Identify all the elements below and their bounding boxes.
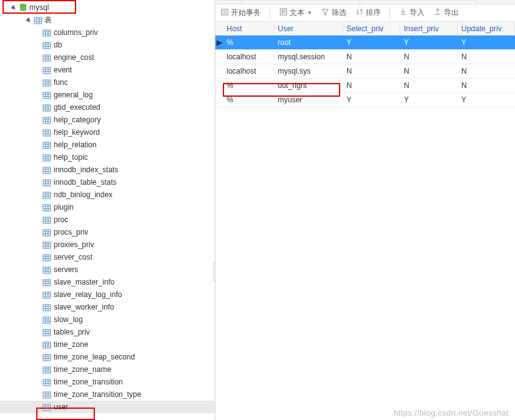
cell-update-priv[interactable]: Y: [458, 38, 515, 47]
tree-table-node[interactable]: tables_priv: [0, 326, 215, 338]
cell-host[interactable]: localhost: [223, 67, 274, 76]
table-label: slave_relay_log_info: [54, 290, 122, 299]
tree-table-node[interactable]: event: [0, 64, 215, 76]
col-header-update-priv[interactable]: Update_priv: [458, 22, 515, 35]
cell-user[interactable]: myuser: [274, 95, 343, 104]
svg-rect-84: [43, 217, 51, 223]
cell-select-priv[interactable]: Y: [343, 38, 400, 47]
tree-table-node[interactable]: time_zone_transition_type: [0, 388, 215, 401]
tree-table-node[interactable]: time_zone_leap_second: [0, 351, 215, 363]
tree-table-node[interactable]: slow_log: [0, 313, 215, 326]
tree-table-node[interactable]: help_category: [0, 114, 215, 126]
begin-transaction-button[interactable]: 开始事务: [220, 7, 261, 18]
cell-update-priv[interactable]: Y: [458, 95, 515, 104]
tree-table-node[interactable]: time_zone_name: [0, 363, 215, 376]
tree-table-node[interactable]: func: [0, 76, 215, 89]
expander-open-icon[interactable]: [10, 4, 17, 11]
tree-table-node[interactable]: innodb_table_stats: [0, 176, 215, 188]
tree-table-node[interactable]: slave_master_info: [0, 276, 215, 288]
tree-table-node[interactable]: columns_priv: [0, 26, 215, 39]
table-icon: [42, 166, 51, 174]
table-label: help_topic: [54, 153, 88, 162]
cell-select-priv[interactable]: Y: [343, 95, 400, 104]
cell-insert-priv[interactable]: Y: [400, 38, 458, 47]
tree-table-node[interactable]: general_log: [0, 89, 215, 101]
splitter-handle[interactable]: [213, 262, 215, 281]
export-button[interactable]: 导出: [433, 7, 459, 18]
text-icon: [279, 7, 288, 18]
col-header-user[interactable]: User: [274, 22, 343, 35]
table-icon: [42, 291, 51, 299]
cell-user[interactable]: out_rignt: [274, 81, 343, 90]
tree-db-node[interactable]: mysql: [0, 1, 215, 14]
tree-table-node[interactable]: innodb_index_stats: [0, 164, 215, 176]
svg-rect-39: [43, 105, 51, 111]
cell-update-priv[interactable]: N: [458, 81, 515, 90]
tree-table-node[interactable]: ndb_binlog_index: [0, 188, 215, 201]
cell-insert-priv[interactable]: N: [400, 52, 458, 61]
tab-objects[interactable]: 对象: [218, 0, 242, 4]
tree-table-node[interactable]: help_keyword: [0, 126, 215, 139]
cell-update-priv[interactable]: N: [458, 52, 515, 61]
table-row[interactable]: %out_rigntNNN: [215, 79, 515, 93]
tree-table-node[interactable]: proxies_priv: [0, 238, 215, 251]
filter-button[interactable]: 筛选: [321, 7, 346, 18]
tree-table-node[interactable]: servers: [0, 263, 215, 276]
cell-insert-priv[interactable]: N: [400, 81, 458, 90]
table-row[interactable]: ▶%rootYYY: [215, 36, 515, 50]
tree-table-node[interactable]: time_zone: [0, 338, 215, 351]
import-button[interactable]: 导入: [399, 7, 424, 18]
table-row[interactable]: localhostmysql.sessionNNN: [215, 50, 515, 64]
table-label: time_zone_leap_second: [54, 353, 135, 361]
cell-host[interactable]: %: [223, 81, 274, 90]
tree-table-node[interactable]: help_topic: [0, 151, 215, 164]
sort-button[interactable]: 排序: [355, 7, 381, 18]
cell-insert-priv[interactable]: N: [400, 67, 458, 76]
table-icon: [42, 403, 51, 411]
tree-table-node[interactable]: procs_priv: [0, 226, 215, 238]
toolbar: 开始事务 文本 ▼ 筛选 排序 导入 导出: [215, 4, 515, 22]
text-mode-button[interactable]: 文本 ▼: [279, 7, 312, 18]
tree-table-node[interactable]: slave_relay_log_info: [0, 288, 215, 301]
filter-icon: [321, 7, 330, 18]
btn-label: 开始事务: [231, 7, 261, 18]
cell-select-priv[interactable]: N: [343, 81, 400, 90]
tab-student2[interactable]: studentz @temporary (Mye...: [361, 0, 477, 4]
cell-user[interactable]: root: [274, 38, 343, 47]
tree-table-node[interactable]: db: [0, 39, 215, 51]
tree-table-node[interactable]: user: [0, 401, 215, 413]
col-header-host[interactable]: Host: [223, 22, 274, 35]
svg-rect-14: [43, 42, 51, 49]
svg-rect-24: [43, 67, 51, 74]
tree-table-node[interactable]: gtid_executed: [0, 101, 215, 114]
tab-student1[interactable]: student1 @temporary (Mye...: [243, 0, 360, 4]
table-label: plugin: [54, 203, 74, 212]
cell-host[interactable]: localhost: [223, 52, 274, 61]
expander-open-icon[interactable]: [25, 16, 32, 24]
tree-table-node[interactable]: plugin: [0, 201, 215, 213]
cell-host[interactable]: %: [223, 38, 274, 47]
table-row[interactable]: %myuserYYY: [215, 93, 515, 107]
tree-table-node[interactable]: slave_worker_info: [0, 301, 215, 313]
tree-table-node[interactable]: proc: [0, 213, 215, 226]
table-icon: [42, 241, 51, 249]
cell-select-priv[interactable]: N: [343, 52, 400, 61]
cell-select-priv[interactable]: N: [343, 67, 400, 76]
tree-table-node[interactable]: engine_cost: [0, 51, 215, 64]
cell-host[interactable]: %: [223, 95, 274, 104]
tree-table-node[interactable]: server_cost: [0, 251, 215, 263]
table-icon: [42, 316, 51, 324]
svg-rect-59: [43, 155, 51, 161]
cell-update-priv[interactable]: N: [458, 67, 515, 76]
tree-table-node[interactable]: time_zone_transition: [0, 376, 215, 388]
col-header-select-priv[interactable]: Select_priv: [343, 22, 400, 35]
cell-user[interactable]: mysql.sys: [274, 67, 343, 76]
col-header-insert-priv[interactable]: Insert_priv: [400, 22, 458, 35]
table-label: innodb_table_stats: [54, 178, 117, 187]
table-icon: [42, 328, 51, 336]
cell-user[interactable]: mysql.session: [274, 52, 343, 61]
tree-tables-folder[interactable]: 表: [0, 14, 215, 26]
cell-insert-priv[interactable]: Y: [400, 95, 458, 104]
tree-table-node[interactable]: help_relation: [0, 139, 215, 151]
table-row[interactable]: localhostmysql.sysNNN: [215, 64, 515, 79]
